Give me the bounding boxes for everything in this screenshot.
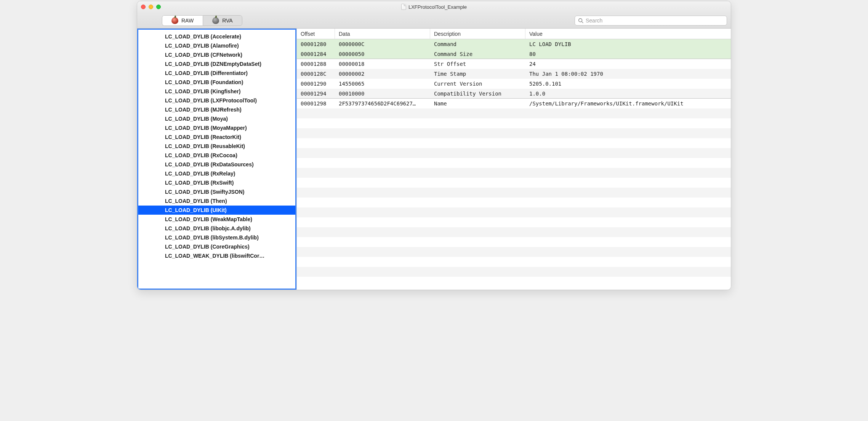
sidebar-item[interactable]: LC_LOAD_DYLIB (MJRefresh)	[138, 105, 295, 114]
table-row-empty	[297, 138, 731, 148]
col-offset[interactable]: Offset	[297, 29, 335, 39]
cell-offset: 00001284	[297, 51, 335, 57]
sidebar-item[interactable]: LC_LOAD_DYLIB (Foundation)	[138, 78, 295, 87]
cell-description: Command Size	[430, 51, 525, 57]
col-data[interactable]: Data	[335, 29, 430, 39]
search-input[interactable]	[586, 18, 724, 24]
table-row-empty	[297, 188, 731, 198]
table-row-empty	[297, 217, 731, 227]
sidebar-item[interactable]: LC_LOAD_DYLIB (Alamofire)	[138, 41, 295, 50]
table-row-empty	[297, 148, 731, 158]
close-window-button[interactable]	[141, 5, 146, 9]
sidebar-scroll[interactable]: LC_LOAD_DYLIB (Accelerate)LC_LOAD_DYLIB …	[138, 30, 295, 289]
table-row-empty	[297, 237, 731, 247]
table-row[interactable]: 0000128400000050Command Size80	[297, 49, 731, 59]
sidebar-item[interactable]: LC_LOAD_DYLIB (libSystem.B.dylib)	[138, 233, 295, 242]
sidebar-item[interactable]: LC_LOAD_WEAK_DYLIB (libswiftCor…	[138, 251, 295, 260]
table-row-empty	[297, 227, 731, 237]
table-row-empty	[297, 198, 731, 207]
search-icon	[578, 18, 583, 23]
cell-data: 0000000C	[335, 41, 430, 47]
cell-description: Str Offset	[430, 61, 525, 67]
toolbar: RAW RVA	[137, 13, 731, 29]
tab-raw-label: RAW	[181, 18, 194, 24]
table-row-empty	[297, 247, 731, 257]
table-row[interactable]: 0000128800000018Str Offset24	[297, 59, 731, 69]
table-row-empty	[297, 158, 731, 168]
sidebar-item[interactable]: LC_LOAD_DYLIB (RxDataSources)	[138, 160, 295, 169]
table-row[interactable]: 0000129400010000Compatibility Version1.0…	[297, 89, 731, 99]
table-row[interactable]: 0000129014550065Current Version5205.0.10…	[297, 79, 731, 89]
sidebar-item[interactable]: LC_LOAD_DYLIB (SwiftyJSON)	[138, 187, 295, 196]
traffic-lights	[141, 5, 161, 9]
tab-rva[interactable]: RVA	[203, 15, 242, 26]
cell-data: 00000002	[335, 71, 430, 77]
sidebar-item[interactable]: LC_LOAD_DYLIB (ReusableKit)	[138, 142, 295, 151]
minimize-window-button[interactable]	[149, 5, 153, 9]
table-body[interactable]: 000012800000000CCommandLC_LOAD_DYLIB0000…	[297, 39, 731, 290]
table-row[interactable]: 000012982F53797374656D2F4C69627…Name/Sys…	[297, 99, 731, 108]
sidebar-item[interactable]: LC_LOAD_DYLIB (WeakMapTable)	[138, 215, 295, 224]
sidebar-item[interactable]: LC_LOAD_DYLIB (RxSwift)	[138, 178, 295, 187]
sidebar-item[interactable]: LC_LOAD_DYLIB (MoyaMapper)	[138, 123, 295, 132]
cell-description: Time Stamp	[430, 71, 525, 77]
table-row[interactable]: 000012800000000CCommandLC_LOAD_DYLIB	[297, 39, 731, 49]
cell-offset: 00001298	[297, 100, 335, 107]
table-row-empty	[297, 178, 731, 188]
sidebar-item[interactable]: LC_LOAD_DYLIB (RxCocoa)	[138, 151, 295, 160]
tab-rva-label: RVA	[222, 18, 233, 24]
cell-data: 2F53797374656D2F4C69627…	[335, 100, 430, 107]
sidebar-item[interactable]: LC_LOAD_DYLIB (LXFProtocolTool)	[138, 96, 295, 105]
sidebar-item[interactable]: LC_LOAD_DYLIB (Differentiator)	[138, 69, 295, 78]
content-area: LC_LOAD_DYLIB (Accelerate)LC_LOAD_DYLIB …	[137, 29, 731, 290]
table-header: Offset Data Description Value	[297, 29, 731, 39]
table-row-empty	[297, 257, 731, 267]
cell-value: 1.0.0	[525, 91, 731, 97]
search-field[interactable]	[575, 16, 727, 26]
sidebar: LC_LOAD_DYLIB (Accelerate)LC_LOAD_DYLIB …	[137, 29, 296, 290]
sidebar-item[interactable]: LC_LOAD_DYLIB (RxRelay)	[138, 169, 295, 178]
cell-data: 00000050	[335, 51, 430, 57]
cell-offset: 00001288	[297, 61, 335, 67]
table-row-empty	[297, 108, 731, 118]
apple-gray-icon	[212, 17, 219, 24]
cell-description: Compatibility Version	[430, 91, 525, 97]
cell-value: Thu Jan 1 08:00:02 1970	[525, 71, 731, 77]
table-row-empty	[297, 207, 731, 217]
cell-value: 80	[525, 51, 731, 57]
table-row-empty	[297, 128, 731, 138]
sidebar-item[interactable]: LC_LOAD_DYLIB (libobjc.A.dylib)	[138, 224, 295, 233]
window-title: LXFProtocolTool_Example	[408, 4, 467, 10]
cell-offset: 00001290	[297, 81, 335, 87]
cell-description: Current Version	[430, 81, 525, 87]
sidebar-item[interactable]: LC_LOAD_DYLIB (Then)	[138, 196, 295, 206]
table-row[interactable]: 0000128C00000002Time StampThu Jan 1 08:0…	[297, 69, 731, 79]
table-row-empty	[297, 118, 731, 128]
sidebar-item[interactable]: LC_LOAD_DYLIB (CFNetwork)	[138, 50, 295, 59]
sidebar-item[interactable]: LC_LOAD_DYLIB (CoreGraphics)	[138, 242, 295, 251]
table-row-empty	[297, 267, 731, 277]
zoom-window-button[interactable]	[156, 5, 161, 9]
col-value[interactable]: Value	[525, 29, 731, 39]
cell-description: Command	[430, 41, 525, 47]
cell-data: 14550065	[335, 81, 430, 87]
sidebar-item[interactable]: LC_LOAD_DYLIB (Kingfisher)	[138, 87, 295, 96]
window-title-wrap: LXFProtocolTool_Example	[401, 4, 467, 10]
sidebar-item[interactable]: LC_LOAD_DYLIB (DZNEmptyDataSet)	[138, 59, 295, 69]
cell-description: Name	[430, 100, 525, 107]
detail-panel: Offset Data Description Value 0000128000…	[296, 29, 731, 290]
sidebar-item[interactable]: LC_LOAD_DYLIB (ReactorKit)	[138, 132, 295, 142]
cell-value: /System/Library/Frameworks/UIKit.framewo…	[525, 100, 731, 107]
sidebar-item[interactable]: LC_LOAD_DYLIB (Moya)	[138, 114, 295, 123]
col-description[interactable]: Description	[430, 29, 525, 39]
app-window: LXFProtocolTool_Example RAW RVA	[137, 1, 731, 290]
apple-red-icon	[171, 17, 178, 24]
cell-value: LC_LOAD_DYLIB	[525, 41, 731, 47]
cell-value: 5205.0.101	[525, 81, 731, 87]
table-row-empty	[297, 168, 731, 178]
tab-raw[interactable]: RAW	[162, 15, 203, 26]
cell-offset: 00001280	[297, 41, 335, 47]
sidebar-item[interactable]: LC_LOAD_DYLIB (UIKit)	[138, 206, 295, 215]
sidebar-item[interactable]: LC_LOAD_DYLIB (Accelerate)	[138, 32, 295, 41]
svg-line-1	[582, 21, 583, 23]
